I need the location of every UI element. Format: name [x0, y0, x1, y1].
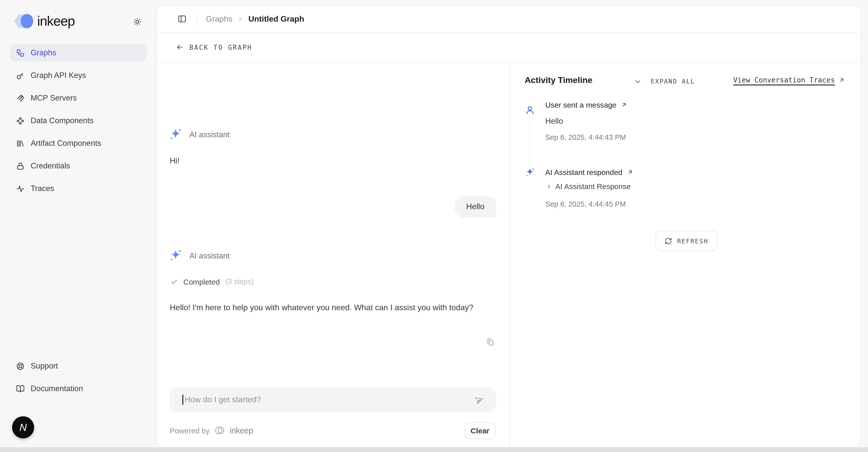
sidebar-item-graphs[interactable]: Graphs — [10, 44, 147, 61]
sidebar-header: inkeep — [13, 12, 144, 32]
text-caret — [182, 395, 183, 405]
status-steps: (3 steps) — [225, 278, 254, 286]
send-icon — [474, 394, 485, 405]
ai-sparkle-icon — [525, 167, 535, 177]
sidebar: inkeep Graphs — [0, 0, 157, 452]
app-window: inkeep Graphs — [0, 0, 868, 452]
activity-timeline-panel: Activity Timeline EXPAND ALL View Conver… — [509, 62, 861, 448]
library-icon — [16, 139, 25, 147]
life-buoy-icon — [16, 362, 25, 370]
event-title: User sent a message — [545, 101, 616, 109]
expand-all-button[interactable]: EXPAND ALL — [651, 78, 695, 85]
chat-panel: AI assistant Hi! Hello AI assistant — [157, 62, 509, 448]
assistant-label: AI assistant — [189, 251, 229, 260]
assistant-response-toggle[interactable]: AI Assistant Response — [546, 182, 631, 191]
user-icon — [525, 105, 535, 115]
main-panel: Graphs Untitled Graph BACK TO GRAPH — [157, 5, 861, 448]
nextjs-dev-badge[interactable]: N — [12, 416, 34, 439]
user-message-text: Hello — [466, 202, 485, 211]
chat-input-placeholder: How do I get started? — [185, 395, 474, 404]
sun-icon — [132, 17, 142, 26]
lock-icon — [16, 162, 25, 170]
assistant-status-row: Completed (3 steps) — [170, 277, 254, 286]
timeline-event-link[interactable]: User sent a message — [545, 101, 627, 109]
sidebar-item-artifact-components[interactable]: Artifact Components — [10, 135, 147, 152]
sidebar-item-label: Traces — [31, 184, 54, 193]
response-toggle-label: AI Assistant Response — [555, 182, 631, 191]
refresh-button[interactable]: REFRESH — [655, 231, 718, 251]
sidebar-nav: Graphs Graph API Keys MC — [10, 44, 147, 197]
powered-by-text: Powered by — [170, 426, 210, 435]
sidebar-item-label: Credentials — [31, 161, 70, 170]
theme-toggle-button[interactable] — [130, 14, 145, 29]
chat-input[interactable]: How do I get started? — [169, 387, 496, 412]
assistant-message-header: AI assistant — [169, 128, 229, 141]
chevron-right-icon — [546, 183, 552, 189]
chevron-down-icon — [634, 78, 642, 85]
timeline-title: Activity Timeline — [525, 76, 592, 85]
sidebar-toggle-button[interactable] — [175, 12, 188, 25]
powered-by-link[interactable]: Powered by inkeep — [170, 425, 253, 435]
breadcrumb-root[interactable]: Graphs — [206, 14, 232, 23]
inkeep-logo-icon — [13, 12, 34, 30]
event-body: Hello — [545, 117, 563, 126]
sidebar-item-label: Artifact Components — [31, 139, 101, 148]
timeline-event-link[interactable]: AI Assistant responded — [545, 168, 633, 176]
inkeep-logo[interactable]: inkeep — [13, 12, 75, 30]
key-icon — [16, 71, 25, 80]
window-bottom-edge — [0, 448, 868, 452]
timeline-rail — [529, 115, 530, 165]
view-traces-label: View Conversation Traces — [733, 76, 835, 84]
panel-left-icon — [177, 14, 187, 24]
ai-sparkle-icon — [169, 128, 182, 141]
send-button[interactable] — [474, 394, 485, 405]
sidebar-item-mcp-servers[interactable]: MCP Servers — [10, 89, 147, 107]
inkeep-outline-icon — [214, 425, 225, 435]
user-message-bubble: Hello — [455, 196, 496, 218]
breadcrumb: Graphs Untitled Graph — [206, 14, 304, 23]
sidebar-item-label: Support — [31, 362, 58, 371]
assistant-message: Hello! I'm here to help you with whateve… — [170, 301, 499, 314]
brand-name: inkeep — [37, 12, 75, 30]
back-to-graph-button[interactable]: BACK TO GRAPH — [157, 33, 861, 62]
sidebar-item-credentials[interactable]: Credentials — [10, 158, 147, 174]
clear-button[interactable]: Clear — [464, 422, 496, 439]
event-timestamp: Sep 6, 2025, 4:44:45 PM — [545, 200, 626, 208]
event-timestamp: Sep 6, 2025, 4:44:43 PM — [545, 133, 626, 141]
sidebar-item-label: Graphs — [31, 48, 56, 57]
view-conversation-traces-link[interactable]: View Conversation Traces — [733, 76, 845, 84]
assistant-message-header: AI assistant — [169, 249, 229, 262]
refresh-label: REFRESH — [677, 237, 708, 245]
breadcrumb-current: Untitled Graph — [248, 14, 304, 23]
arrow-up-right-icon — [627, 169, 633, 175]
mcp-icon — [16, 94, 25, 102]
sidebar-item-graph-api-keys[interactable]: Graph API Keys — [10, 67, 147, 84]
arrow-left-icon — [176, 43, 184, 51]
topbar-divider — [196, 13, 197, 24]
sidebar-item-data-components[interactable]: Data Components — [10, 112, 147, 129]
sidebar-item-traces[interactable]: Traces — [10, 180, 147, 197]
sidebar-item-label: Data Components — [31, 116, 93, 125]
component-icon — [16, 116, 25, 125]
check-icon — [170, 278, 178, 285]
back-to-graph-label: BACK TO GRAPH — [189, 44, 252, 51]
copy-icon — [486, 337, 495, 346]
sidebar-item-support[interactable]: Support — [10, 358, 147, 374]
sidebar-item-label: MCP Servers — [31, 93, 77, 103]
copy-message-button[interactable] — [486, 337, 495, 346]
activity-icon — [16, 184, 25, 193]
sidebar-item-label: Documentation — [31, 384, 83, 393]
powered-by-brand: inkeep — [229, 426, 253, 435]
sidebar-footer-nav: Support Documentation — [10, 358, 147, 397]
event-title: AI Assistant responded — [545, 168, 622, 176]
topbar: Graphs Untitled Graph — [157, 5, 861, 33]
assistant-message: Hi! — [170, 154, 180, 167]
sidebar-item-label: Graph API Keys — [31, 71, 86, 80]
nextjs-n-glyph: N — [20, 422, 27, 432]
book-open-icon — [16, 385, 25, 393]
sidebar-item-documentation[interactable]: Documentation — [10, 380, 147, 397]
timeline-collapse-button[interactable] — [633, 77, 642, 86]
workflow-icon — [16, 49, 25, 57]
content-row: AI assistant Hi! Hello AI assistant — [157, 62, 861, 448]
status-label: Completed — [183, 277, 220, 286]
